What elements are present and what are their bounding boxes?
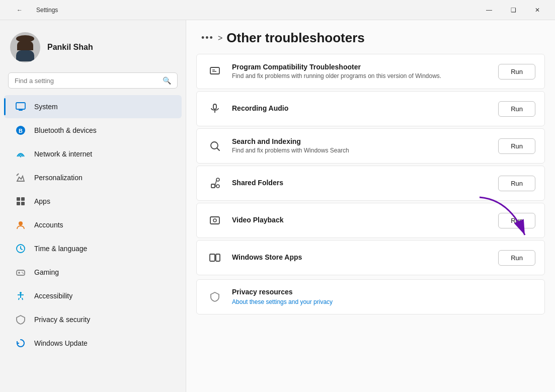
personalization-icon: [14, 171, 27, 184]
svg-line-28: [215, 181, 216, 186]
sidebar-item-accessibility[interactable]: Accessibility: [4, 284, 182, 307]
windows-store-apps-icon: [206, 249, 224, 267]
svg-rect-0: [16, 103, 25, 109]
sidebar-label-bluetooth: Bluetooth & devices: [34, 126, 97, 134]
svg-line-5: [17, 174, 19, 176]
sidebar-label-accounts: Accounts: [34, 221, 63, 229]
sidebar-item-gaming[interactable]: Gaming: [4, 261, 182, 284]
svg-rect-21: [213, 104, 216, 109]
sidebar-item-privacy[interactable]: Privacy & security: [4, 308, 182, 331]
troubleshooter-row: Program Compatibility TroubleshooterFind…: [196, 54, 545, 89]
accessibility-icon: [14, 289, 27, 302]
user-profile[interactable]: Pankil Shah: [0, 26, 186, 72]
close-button[interactable]: ✕: [526, 2, 549, 18]
privacy-icon: [14, 313, 27, 326]
privacy-title: Privacy resources: [232, 288, 535, 296]
sidebar-label-system: System: [34, 103, 58, 111]
sidebar-label-accessibility: Accessibility: [34, 292, 72, 300]
troubleshooter-item-search-indexing: Search and IndexingFind and fix problems…: [196, 128, 545, 164]
item-content: Video Playback: [232, 216, 490, 225]
sidebar-label-personalization: Personalization: [34, 174, 83, 182]
time-icon: [14, 242, 27, 255]
svg-point-16: [23, 273, 24, 274]
nav-list: System B Bluetooth & devices Network & i…: [0, 95, 186, 355]
program-compatibility-icon: [206, 62, 224, 81]
title-bar-left: ← Settings: [8, 2, 58, 18]
sidebar-label-gaming: Gaming: [34, 268, 59, 276]
svg-point-31: [213, 219, 216, 222]
apps-icon: [14, 195, 27, 208]
troubleshooter-item-recording-audio: Recording AudioRun: [196, 91, 545, 126]
troubleshooter-row: Video PlaybackRun: [196, 203, 545, 238]
run-button-video-playback[interactable]: Run: [498, 213, 535, 228]
sidebar-item-personalization[interactable]: Personalization: [4, 166, 182, 189]
privacy-icon: [206, 288, 224, 306]
run-button-program-compatibility[interactable]: Run: [498, 64, 535, 80]
item-title: Search and Indexing: [232, 137, 490, 145]
sidebar-item-bluetooth[interactable]: B Bluetooth & devices: [4, 119, 182, 142]
recording-audio-icon: [206, 100, 224, 118]
svg-rect-7: [21, 197, 25, 201]
search-input[interactable]: [15, 77, 158, 85]
minimize-button[interactable]: —: [478, 2, 501, 18]
privacy-content: Privacy resources About these settings a…: [232, 288, 535, 306]
troubleshooter-row: Search and IndexingFind and fix problems…: [196, 128, 545, 164]
run-button-search-indexing[interactable]: Run: [498, 138, 535, 154]
svg-rect-30: [210, 217, 219, 224]
item-content: Windows Store Apps: [232, 253, 490, 262]
search-box[interactable]: 🔍: [8, 72, 178, 89]
item-title: Recording Audio: [232, 104, 490, 112]
sidebar-label-privacy: Privacy & security: [34, 316, 90, 324]
sidebar-label-apps: Apps: [34, 197, 50, 205]
title-bar: ← Settings — ❑ ✕: [0, 0, 555, 20]
system-icon: [14, 100, 27, 113]
app-title: Settings: [36, 7, 58, 14]
svg-point-15: [22, 272, 23, 273]
svg-rect-33: [210, 254, 215, 261]
video-playback-icon: [206, 211, 224, 229]
sidebar-item-time[interactable]: Time & language: [4, 237, 182, 260]
accounts-icon: [14, 218, 27, 231]
maximize-button[interactable]: ❑: [502, 2, 525, 18]
user-name: Pankil Shah: [47, 43, 93, 52]
gaming-icon: [14, 266, 27, 279]
troubleshooter-row: Windows Store AppsRun: [196, 240, 545, 275]
content-area: ••• > Other troubleshooters Program Comp…: [186, 20, 555, 392]
sidebar-item-network[interactable]: Network & internet: [4, 142, 182, 166]
sidebar-item-update[interactable]: Windows Update: [4, 332, 182, 355]
sidebar-item-apps[interactable]: Apps: [4, 190, 182, 213]
svg-point-10: [19, 221, 23, 225]
search-container: 🔍: [0, 72, 186, 95]
item-title: Shared Folders: [232, 179, 490, 187]
sidebar-item-system[interactable]: System: [4, 95, 182, 118]
breadcrumb-chevron: >: [218, 34, 222, 43]
item-content: Shared Folders: [232, 179, 490, 188]
svg-rect-8: [17, 202, 20, 205]
page-title: Other troubleshooters: [226, 30, 364, 46]
avatar: [10, 32, 40, 62]
troubleshooter-item-windows-store-apps: Windows Store AppsRun: [196, 240, 545, 275]
svg-point-27: [216, 185, 219, 188]
sidebar-label-network: Network & internet: [34, 150, 92, 158]
privacy-link[interactable]: About these settings and your privacy: [232, 298, 333, 305]
item-description: Find and fix problems with running older…: [232, 72, 490, 81]
item-content: Program Compatibility TroubleshooterFind…: [232, 63, 490, 81]
item-content: Recording Audio: [232, 104, 490, 113]
run-button-windows-store-apps[interactable]: Run: [498, 250, 535, 266]
back-button[interactable]: ←: [8, 2, 31, 18]
run-button-recording-audio[interactable]: Run: [498, 101, 535, 117]
privacy-resources-item: Privacy resources About these settings a…: [196, 279, 545, 315]
troubleshooter-list: Program Compatibility TroubleshooterFind…: [186, 54, 555, 315]
search-indexing-icon: [206, 137, 224, 155]
item-content: Search and IndexingFind and fix problems…: [232, 137, 490, 155]
window-controls: — ❑ ✕: [478, 2, 549, 18]
breadcrumb-dots[interactable]: •••: [201, 33, 214, 43]
network-icon: [14, 147, 27, 161]
troubleshooter-item-program-compatibility: Program Compatibility TroubleshooterFind…: [196, 54, 545, 89]
sidebar: Pankil Shah 🔍 System B Bluetooth & devic…: [0, 20, 186, 392]
run-button-shared-folders[interactable]: Run: [498, 176, 535, 191]
svg-rect-34: [216, 254, 220, 261]
svg-line-24: [217, 148, 219, 150]
item-title: Program Compatibility Troubleshooter: [232, 63, 490, 71]
sidebar-item-accounts[interactable]: Accounts: [4, 213, 182, 237]
